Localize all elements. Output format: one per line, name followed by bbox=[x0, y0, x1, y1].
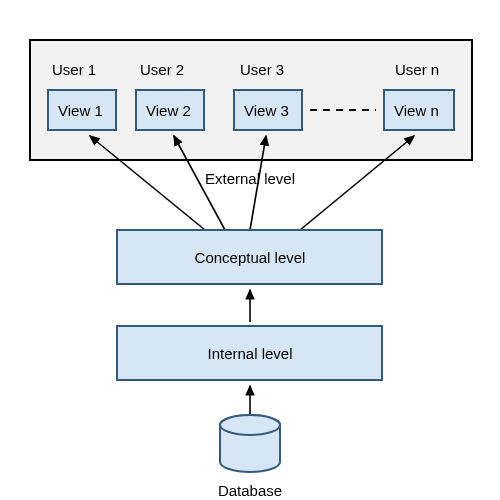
view-3-label: View 3 bbox=[244, 102, 289, 119]
view-1-label: View 1 bbox=[58, 102, 103, 119]
conceptual-level-label: Conceptual level bbox=[195, 249, 306, 266]
user-1-label: User 1 bbox=[52, 61, 96, 78]
external-level-title: External level bbox=[205, 170, 295, 187]
user-n-label: User n bbox=[395, 61, 439, 78]
database-cylinder bbox=[220, 415, 280, 472]
view-n-label: View n bbox=[394, 102, 439, 119]
svg-point-4 bbox=[220, 415, 280, 435]
conceptual-level-box: Conceptual level bbox=[117, 230, 382, 284]
internal-level-box: Internal level bbox=[117, 326, 382, 380]
database-label: Database bbox=[218, 482, 282, 499]
internal-level-label: Internal level bbox=[207, 345, 292, 362]
view-2-label: View 2 bbox=[146, 102, 191, 119]
user-2-label: User 2 bbox=[140, 61, 184, 78]
user-3-label: User 3 bbox=[240, 61, 284, 78]
